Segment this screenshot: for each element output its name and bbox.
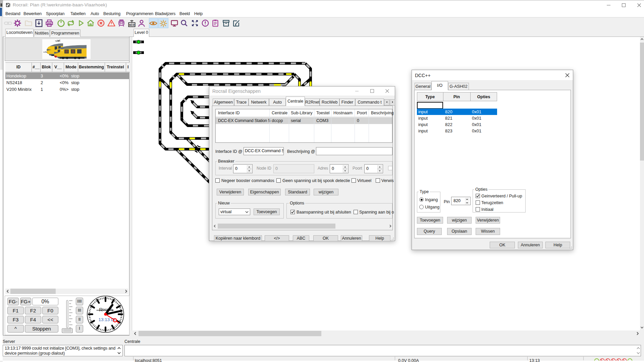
svg-text:13:13 Di: 13:13 Di [99, 317, 115, 322]
svg-text:WIO: WIO [129, 23, 135, 27]
